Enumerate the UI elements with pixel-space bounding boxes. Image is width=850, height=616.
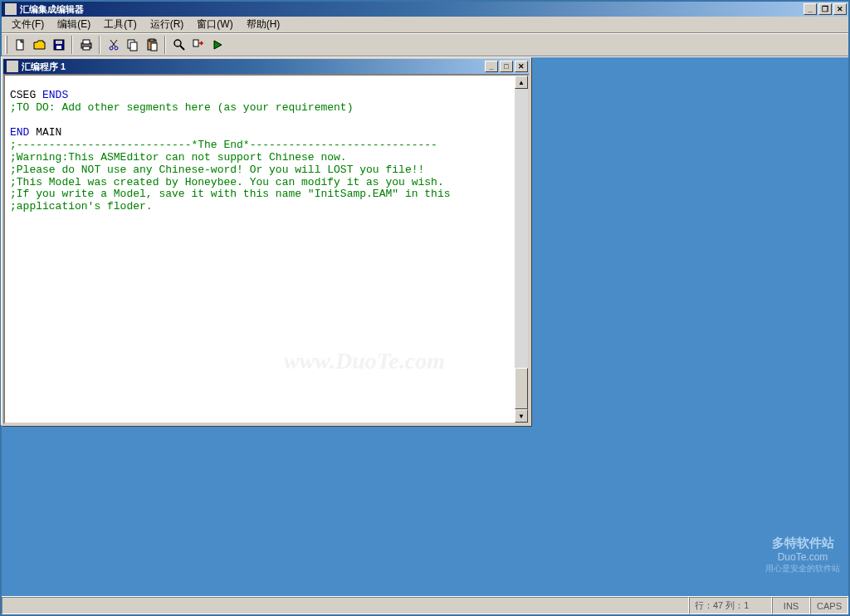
- cut-button[interactable]: [104, 36, 123, 54]
- toolbar-sep-2: [99, 36, 100, 54]
- scroll-track-top[interactable]: [515, 89, 528, 368]
- scroll-down-button[interactable]: ▼: [515, 409, 528, 423]
- logo-en: DuoTe.com: [765, 551, 840, 563]
- status-position: 行：47 列：1: [689, 597, 772, 614]
- magnifier-icon: [173, 38, 186, 51]
- save-disk-icon: [52, 38, 66, 51]
- status-ins: INS: [772, 597, 810, 614]
- doc-icon: [7, 61, 18, 72]
- find-button[interactable]: [169, 36, 188, 54]
- minimize-button[interactable]: _: [804, 3, 817, 15]
- app-title: 汇编集成编辑器: [20, 3, 802, 16]
- window-controls: _ ❐ ✕: [802, 3, 847, 15]
- child-window-controls: _ □ ✕: [483, 61, 528, 72]
- scroll-up-button[interactable]: ▲: [515, 76, 528, 89]
- menu-window[interactable]: 窗口(W): [190, 16, 239, 33]
- new-file-icon: [14, 38, 27, 51]
- svg-rect-16: [193, 40, 198, 46]
- svg-rect-13: [151, 43, 157, 51]
- child-titlebar[interactable]: 汇编程序 1 _ □ ✕: [3, 59, 530, 74]
- copy-icon: [126, 38, 139, 51]
- menu-edit[interactable]: 编辑(E): [51, 16, 97, 33]
- vertical-scrollbar[interactable]: ▲ ▼: [515, 76, 528, 423]
- menu-help[interactable]: 帮助(H): [240, 16, 287, 33]
- editor-area: CSEG ENDS ;TO DO: Add other segments her…: [3, 74, 530, 424]
- svg-line-15: [180, 46, 184, 50]
- toolbar-sep-1: [71, 36, 73, 54]
- close-button[interactable]: ✕: [833, 3, 847, 15]
- logo-tag: 用心是安全的软件站: [765, 563, 840, 574]
- svg-rect-6: [83, 46, 90, 50]
- printer-icon: [80, 38, 93, 51]
- code-editor[interactable]: CSEG ENDS ;TO DO: Add other segments her…: [5, 76, 515, 423]
- main-window: 汇编集成编辑器 _ ❐ ✕ 文件(F) 编辑(E) 工具(T) 运行(R) 窗口…: [0, 0, 850, 616]
- child-title: 汇编程序 1: [22, 61, 483, 73]
- app-icon: [5, 3, 17, 15]
- copy-button[interactable]: [123, 36, 142, 54]
- run-button[interactable]: [208, 36, 227, 54]
- statusbar: 行：47 列：1 INS CAPS: [2, 596, 848, 614]
- svg-point-8: [115, 46, 118, 50]
- svg-rect-3: [56, 46, 61, 49]
- play-icon: [211, 38, 224, 51]
- compile-icon: [192, 38, 205, 51]
- scissors-icon: [107, 38, 120, 51]
- logo-cn: 多特软件站: [765, 535, 840, 551]
- open-button[interactable]: [30, 36, 49, 54]
- child-window-editor: 汇编程序 1 _ □ ✕ CSEG ENDS ;TO DO: Add other…: [2, 57, 531, 426]
- svg-point-7: [110, 46, 113, 50]
- menu-run[interactable]: 运行(R): [144, 16, 191, 33]
- child-close-button[interactable]: ✕: [515, 61, 528, 72]
- main-titlebar[interactable]: 汇编集成编辑器 _ ❐ ✕: [2, 2, 848, 17]
- corner-logo: 多特软件站 DuoTe.com 用心是安全的软件站: [765, 535, 840, 574]
- menubar: 文件(F) 编辑(E) 工具(T) 运行(R) 窗口(W) 帮助(H): [2, 17, 848, 33]
- toolbar-sep-3: [164, 36, 166, 54]
- maximize-button[interactable]: ❐: [818, 3, 832, 15]
- svg-point-14: [174, 40, 181, 46]
- new-file-button[interactable]: [11, 36, 30, 54]
- menu-file[interactable]: 文件(F): [5, 16, 51, 33]
- status-message: [2, 597, 689, 614]
- print-button[interactable]: [76, 36, 95, 54]
- clipboard-icon: [145, 38, 159, 51]
- svg-rect-5: [83, 40, 90, 44]
- status-caps: CAPS: [810, 597, 848, 614]
- paste-button[interactable]: [142, 36, 161, 54]
- compile-button[interactable]: [188, 36, 208, 54]
- open-folder-icon: [33, 38, 46, 51]
- child-maximize-button[interactable]: □: [500, 61, 513, 72]
- svg-rect-12: [149, 39, 154, 42]
- scroll-thumb[interactable]: [515, 368, 528, 409]
- save-button[interactable]: [49, 36, 68, 54]
- menu-tool[interactable]: 工具(T): [97, 16, 143, 33]
- svg-rect-2: [56, 41, 62, 44]
- svg-rect-10: [130, 42, 137, 51]
- child-minimize-button[interactable]: _: [485, 61, 498, 72]
- mdi-client-area[interactable]: 汇编程序 1 _ □ ✕ CSEG ENDS ;TO DO: Add other…: [2, 56, 848, 596]
- toolbar: [2, 33, 848, 56]
- toolbar-grip[interactable]: [5, 36, 7, 54]
